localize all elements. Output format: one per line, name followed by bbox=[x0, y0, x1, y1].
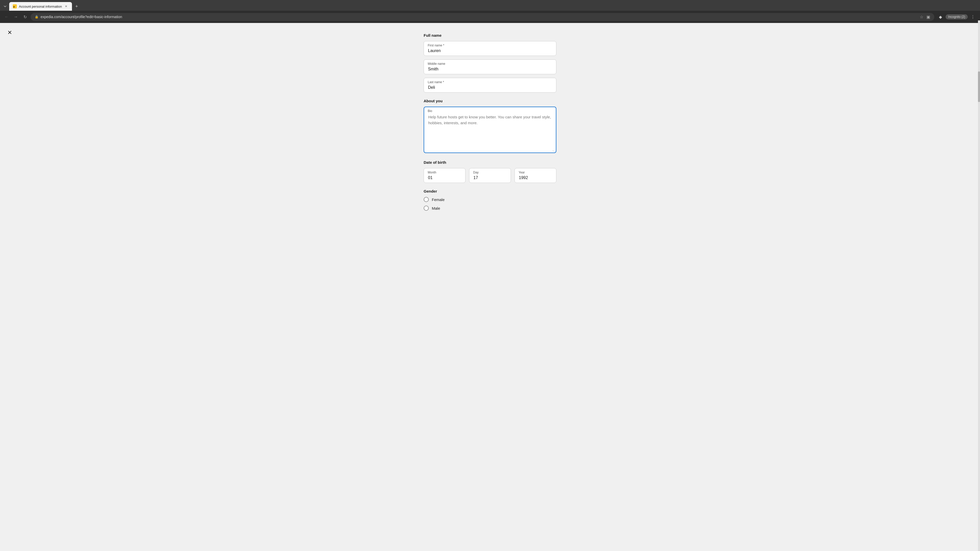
gender-option-male[interactable]: Male bbox=[424, 206, 556, 211]
gender-section: Gender Female Male bbox=[424, 189, 556, 211]
last-name-input[interactable] bbox=[424, 78, 556, 93]
back-button[interactable]: ← bbox=[3, 13, 10, 21]
browser-extra-icons: ◆ Incognito (2) ⋮ bbox=[936, 13, 977, 21]
bio-field: Bio ⌝ bbox=[424, 106, 556, 154]
day-input[interactable] bbox=[469, 168, 511, 183]
reload-button[interactable]: ↻ bbox=[21, 13, 29, 21]
tab-favicon: e bbox=[13, 4, 17, 8]
tab-close-button[interactable]: ✕ bbox=[64, 4, 68, 9]
address-bar: ← → ↻ 🔒 expedia.com/account/profile?edit… bbox=[0, 11, 980, 23]
form-container: Full name First name * Middle name Last … bbox=[418, 23, 562, 232]
new-tab-button[interactable]: + bbox=[73, 3, 80, 10]
textarea-resize-handle[interactable]: ⌝ bbox=[552, 150, 555, 152]
scrollbar-thumb[interactable] bbox=[978, 71, 980, 102]
gender-male-label: Male bbox=[432, 206, 440, 210]
date-of-birth-label: Date of birth bbox=[424, 160, 556, 165]
address-right-icons: ☆ ▣ bbox=[920, 14, 930, 19]
last-name-field: Last name * bbox=[424, 78, 556, 93]
year-input[interactable] bbox=[514, 168, 556, 183]
bookmark-star-icon[interactable]: ☆ bbox=[920, 14, 923, 19]
bio-label: Bio bbox=[428, 109, 432, 113]
close-button[interactable]: ✕ bbox=[5, 28, 14, 37]
full-name-label: Full name bbox=[424, 33, 556, 38]
middle-name-input[interactable] bbox=[424, 59, 556, 74]
tab-dropdown-button[interactable] bbox=[2, 3, 8, 10]
active-tab[interactable]: e Account personal information ✕ bbox=[9, 2, 72, 11]
radio-male[interactable] bbox=[424, 206, 429, 211]
split-view-icon[interactable]: ▣ bbox=[926, 14, 930, 19]
dob-fields: Month Day Year bbox=[424, 168, 556, 183]
tab-title: Account personal information bbox=[19, 5, 62, 8]
full-name-section: Full name First name * Middle name Last … bbox=[424, 33, 556, 93]
year-field: Year bbox=[514, 168, 556, 183]
about-you-label: About you bbox=[424, 99, 556, 103]
forward-button[interactable]: → bbox=[12, 13, 19, 21]
svg-text:e: e bbox=[13, 5, 15, 8]
about-you-section: About you Bio ⌝ bbox=[424, 99, 556, 154]
tab-bar: e Account personal information ✕ + bbox=[0, 0, 980, 11]
middle-name-field: Middle name bbox=[424, 59, 556, 74]
incognito-badge[interactable]: Incognito (2) bbox=[945, 14, 968, 19]
month-field: Month bbox=[424, 168, 466, 183]
address-text: expedia.com/account/profile?edit=basic-i… bbox=[41, 15, 916, 19]
browser-chrome: e Account personal information ✕ + ← → ↻… bbox=[0, 0, 980, 23]
bio-textarea[interactable] bbox=[424, 106, 556, 153]
gender-options: Female Male bbox=[424, 197, 556, 211]
date-of-birth-section: Date of birth Month Day Year bbox=[424, 160, 556, 183]
month-input[interactable] bbox=[424, 168, 466, 183]
first-name-field: First name * bbox=[424, 41, 556, 56]
address-field[interactable]: 🔒 expedia.com/account/profile?edit=basic… bbox=[30, 13, 934, 21]
menu-icon[interactable]: ⋮ bbox=[969, 13, 977, 21]
gender-label: Gender bbox=[424, 189, 556, 193]
day-field: Day bbox=[469, 168, 511, 183]
first-name-input[interactable] bbox=[424, 41, 556, 56]
lock-icon: 🔒 bbox=[35, 15, 38, 19]
radio-female[interactable] bbox=[424, 197, 429, 202]
scrollbar[interactable] bbox=[978, 21, 980, 551]
page-content: ✕ Full name First name * Middle name Las… bbox=[0, 23, 980, 551]
gender-female-label: Female bbox=[432, 197, 445, 202]
gender-option-female[interactable]: Female bbox=[424, 197, 556, 202]
extensions-icon[interactable]: ◆ bbox=[936, 13, 945, 21]
